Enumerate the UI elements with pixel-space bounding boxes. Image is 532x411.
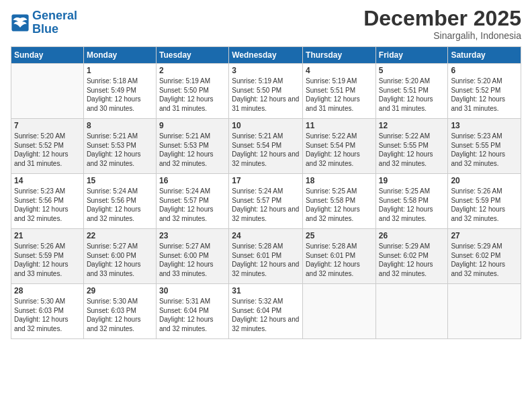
- day-number: 12: [379, 121, 445, 130]
- day-number: 10: [232, 121, 300, 130]
- col-tuesday: Tuesday: [156, 47, 228, 64]
- day-info: Sunrise: 5:26 AM Sunset: 5:59 PM Dayligh…: [451, 187, 518, 223]
- table-row: 9 Sunrise: 5:21 AM Sunset: 5:53 PM Dayli…: [156, 119, 228, 174]
- table-row: 4 Sunrise: 5:19 AM Sunset: 5:51 PM Dayli…: [303, 64, 376, 119]
- table-row: 19 Sunrise: 5:25 AM Sunset: 5:58 PM Dayl…: [375, 174, 448, 229]
- day-info: Sunrise: 5:21 AM Sunset: 5:53 PM Dayligh…: [159, 132, 226, 168]
- day-info: Sunrise: 5:23 AM Sunset: 5:55 PM Dayligh…: [451, 132, 518, 168]
- day-number: 4: [306, 66, 373, 75]
- location: Sinargalih, Indonesia: [363, 30, 521, 41]
- month-title: December 2025: [363, 7, 521, 30]
- day-info: Sunrise: 5:22 AM Sunset: 5:55 PM Dayligh…: [379, 132, 445, 168]
- table-row: 10 Sunrise: 5:21 AM Sunset: 5:54 PM Dayl…: [229, 119, 303, 174]
- day-number: 2: [159, 66, 226, 75]
- calendar-row: 1 Sunrise: 5:18 AM Sunset: 5:49 PM Dayli…: [11, 64, 521, 119]
- day-info: Sunrise: 5:20 AM Sunset: 5:52 PM Dayligh…: [14, 132, 81, 168]
- day-info: Sunrise: 5:30 AM Sunset: 6:03 PM Dayligh…: [14, 297, 81, 333]
- table-row: 21 Sunrise: 5:26 AM Sunset: 5:59 PM Dayl…: [11, 229, 84, 284]
- day-info: Sunrise: 5:23 AM Sunset: 5:56 PM Dayligh…: [14, 187, 81, 223]
- day-number: 19: [379, 176, 445, 185]
- table-row: 31 Sunrise: 5:32 AM Sunset: 6:04 PM Dayl…: [229, 284, 303, 339]
- table-row: 11 Sunrise: 5:22 AM Sunset: 5:54 PM Dayl…: [303, 119, 376, 174]
- table-row: 1 Sunrise: 5:18 AM Sunset: 5:49 PM Dayli…: [83, 64, 156, 119]
- table-row: 5 Sunrise: 5:20 AM Sunset: 5:51 PM Dayli…: [375, 64, 448, 119]
- table-row: 8 Sunrise: 5:21 AM Sunset: 5:53 PM Dayli…: [83, 119, 156, 174]
- day-number: 15: [87, 176, 153, 185]
- day-number: 3: [232, 66, 300, 75]
- table-row: 18 Sunrise: 5:25 AM Sunset: 5:58 PM Dayl…: [303, 174, 376, 229]
- day-info: Sunrise: 5:24 AM Sunset: 5:57 PM Dayligh…: [159, 187, 226, 223]
- day-number: 28: [14, 286, 81, 295]
- day-number: 9: [159, 121, 226, 130]
- table-row: [448, 284, 521, 339]
- day-number: 21: [14, 231, 81, 240]
- day-info: Sunrise: 5:29 AM Sunset: 6:02 PM Dayligh…: [379, 242, 445, 278]
- col-sunday: Sunday: [11, 47, 84, 64]
- day-info: Sunrise: 5:21 AM Sunset: 5:54 PM Dayligh…: [232, 132, 300, 168]
- day-info: Sunrise: 5:28 AM Sunset: 6:01 PM Dayligh…: [306, 242, 373, 278]
- day-info: Sunrise: 5:29 AM Sunset: 6:02 PM Dayligh…: [451, 242, 518, 278]
- day-number: 24: [232, 231, 300, 240]
- day-info: Sunrise: 5:19 AM Sunset: 5:50 PM Dayligh…: [232, 77, 300, 113]
- day-number: 17: [232, 176, 300, 185]
- header: General Blue December 2025 Sinargalih, I…: [11, 7, 521, 41]
- day-info: Sunrise: 5:30 AM Sunset: 6:03 PM Dayligh…: [87, 297, 153, 333]
- day-info: Sunrise: 5:20 AM Sunset: 5:51 PM Dayligh…: [379, 77, 445, 113]
- table-row: 20 Sunrise: 5:26 AM Sunset: 5:59 PM Dayl…: [448, 174, 521, 229]
- day-info: Sunrise: 5:24 AM Sunset: 5:56 PM Dayligh…: [87, 187, 153, 223]
- day-info: Sunrise: 5:21 AM Sunset: 5:53 PM Dayligh…: [87, 132, 153, 168]
- day-number: 7: [14, 121, 81, 130]
- day-number: 11: [306, 121, 373, 130]
- day-number: 18: [306, 176, 373, 185]
- day-number: 30: [159, 286, 226, 295]
- logo-text: General Blue: [32, 9, 77, 36]
- day-info: Sunrise: 5:26 AM Sunset: 5:59 PM Dayligh…: [14, 242, 81, 278]
- day-number: 6: [451, 66, 518, 75]
- table-row: 28 Sunrise: 5:30 AM Sunset: 6:03 PM Dayl…: [11, 284, 84, 339]
- day-number: 23: [159, 231, 226, 240]
- table-row: 3 Sunrise: 5:19 AM Sunset: 5:50 PM Dayli…: [229, 64, 303, 119]
- day-info: Sunrise: 5:19 AM Sunset: 5:50 PM Dayligh…: [159, 77, 226, 113]
- day-info: Sunrise: 5:31 AM Sunset: 6:04 PM Dayligh…: [159, 297, 226, 333]
- table-row: 26 Sunrise: 5:29 AM Sunset: 6:02 PM Dayl…: [375, 229, 448, 284]
- day-number: 5: [379, 66, 445, 75]
- table-row: 25 Sunrise: 5:28 AM Sunset: 6:01 PM Dayl…: [303, 229, 376, 284]
- calendar-row: 7 Sunrise: 5:20 AM Sunset: 5:52 PM Dayli…: [11, 119, 521, 174]
- calendar-row: 14 Sunrise: 5:23 AM Sunset: 5:56 PM Dayl…: [11, 174, 521, 229]
- col-friday: Friday: [375, 47, 448, 64]
- table-row: [11, 64, 84, 119]
- table-row: 6 Sunrise: 5:20 AM Sunset: 5:52 PM Dayli…: [448, 64, 521, 119]
- day-info: Sunrise: 5:32 AM Sunset: 6:04 PM Dayligh…: [232, 297, 300, 333]
- calendar: Sunday Monday Tuesday Wednesday Thursday…: [11, 46, 521, 339]
- col-wednesday: Wednesday: [229, 47, 303, 64]
- calendar-row: 21 Sunrise: 5:26 AM Sunset: 5:59 PM Dayl…: [11, 229, 521, 284]
- day-number: 27: [451, 231, 518, 240]
- page: General Blue December 2025 Sinargalih, I…: [0, 0, 532, 411]
- day-number: 1: [87, 66, 153, 75]
- day-info: Sunrise: 5:27 AM Sunset: 6:00 PM Dayligh…: [159, 242, 226, 278]
- table-row: 12 Sunrise: 5:22 AM Sunset: 5:55 PM Dayl…: [375, 119, 448, 174]
- day-info: Sunrise: 5:18 AM Sunset: 5:49 PM Dayligh…: [87, 77, 153, 113]
- table-row: 27 Sunrise: 5:29 AM Sunset: 6:02 PM Dayl…: [448, 229, 521, 284]
- day-info: Sunrise: 5:28 AM Sunset: 6:01 PM Dayligh…: [232, 242, 300, 278]
- day-number: 25: [306, 231, 373, 240]
- table-row: 22 Sunrise: 5:27 AM Sunset: 6:00 PM Dayl…: [83, 229, 156, 284]
- calendar-row: 28 Sunrise: 5:30 AM Sunset: 6:03 PM Dayl…: [11, 284, 521, 339]
- day-info: Sunrise: 5:25 AM Sunset: 5:58 PM Dayligh…: [306, 187, 373, 223]
- table-row: 13 Sunrise: 5:23 AM Sunset: 5:55 PM Dayl…: [448, 119, 521, 174]
- table-row: 24 Sunrise: 5:28 AM Sunset: 6:01 PM Dayl…: [229, 229, 303, 284]
- day-number: 20: [451, 176, 518, 185]
- day-number: 22: [87, 231, 153, 240]
- table-row: 16 Sunrise: 5:24 AM Sunset: 5:57 PM Dayl…: [156, 174, 228, 229]
- day-number: 8: [87, 121, 153, 130]
- table-row: [303, 284, 376, 339]
- day-info: Sunrise: 5:20 AM Sunset: 5:52 PM Dayligh…: [451, 77, 518, 113]
- logo-line2: Blue: [32, 22, 58, 36]
- calendar-header-row: Sunday Monday Tuesday Wednesday Thursday…: [11, 47, 521, 64]
- table-row: [375, 284, 448, 339]
- col-saturday: Saturday: [448, 47, 521, 64]
- day-info: Sunrise: 5:27 AM Sunset: 6:00 PM Dayligh…: [87, 242, 153, 278]
- table-row: 15 Sunrise: 5:24 AM Sunset: 5:56 PM Dayl…: [83, 174, 156, 229]
- day-number: 13: [451, 121, 518, 130]
- table-row: 23 Sunrise: 5:27 AM Sunset: 6:00 PM Dayl…: [156, 229, 228, 284]
